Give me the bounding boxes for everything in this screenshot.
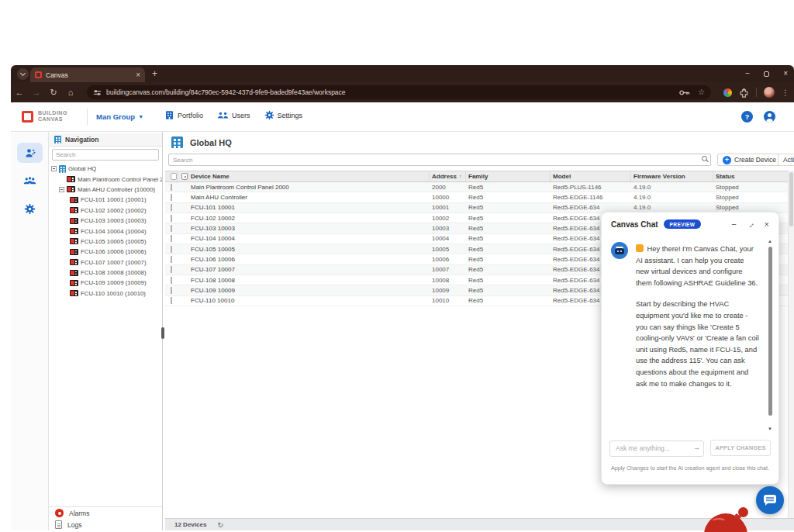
send-arrow-icon[interactable]: → [693, 444, 700, 451]
column-status[interactable]: Status [713, 171, 788, 181]
tree-item[interactable]: FCU-104 10004 (10004) [49, 226, 162, 236]
profile-avatar[interactable] [764, 87, 775, 98]
password-key-icon[interactable] [679, 89, 690, 96]
nav-users[interactable]: Users [217, 111, 250, 119]
column-device-name[interactable]: Device Name [188, 171, 430, 181]
chat-message-p2: Start by describing the HVAC equipment y… [636, 299, 759, 389]
bookmark-star-icon[interactable]: ☆ [698, 88, 705, 96]
row-checkbox[interactable] [171, 277, 172, 284]
nav-portfolio[interactable]: Portfolio [164, 110, 203, 120]
column-model[interactable]: Model [551, 171, 631, 181]
tree-expander-icon[interactable] [59, 187, 64, 192]
row-checkbox[interactable] [171, 266, 172, 273]
panel-splitter-handle[interactable] [161, 327, 164, 339]
new-tab-button[interactable]: + [152, 68, 157, 79]
row-checkbox[interactable] [171, 246, 172, 253]
building-icon [59, 165, 66, 173]
tree-item[interactable]: FCU-107 10007 (10007) [49, 257, 162, 268]
row-checkbox[interactable] [171, 256, 172, 263]
row-checkbox[interactable] [171, 215, 172, 222]
column-address[interactable]: Address↑ [430, 171, 466, 181]
cell-name: FCU-102 10002 [188, 215, 430, 222]
window-maximize-button[interactable] [764, 71, 769, 77]
browser-theme-icon[interactable] [723, 88, 732, 97]
tree-item[interactable]: Main Plantroom Control Panel 2000 (2000) [49, 174, 162, 184]
tree-item[interactable]: FCU-101 10001 (10001) [49, 195, 162, 205]
scroll-up-icon[interactable]: ▲ [768, 239, 772, 244]
chat-scrollbar[interactable]: ▲ ▼ [767, 239, 774, 431]
rail-users-button[interactable] [17, 171, 43, 191]
row-checkbox[interactable] [171, 225, 172, 232]
building-icon [171, 136, 183, 148]
row-checkbox[interactable] [171, 287, 172, 294]
tree-item[interactable]: FCU-102 10002 (10002) [49, 206, 162, 216]
help-icon[interactable]: ? [741, 111, 753, 123]
tree-item[interactable]: Global HQ [49, 164, 162, 174]
site-info-icon[interactable] [93, 88, 102, 97]
forward-button[interactable]: → [28, 88, 45, 97]
tree-item[interactable]: FCU-108 10008 (10008) [49, 268, 162, 278]
chat-close-icon[interactable]: × [765, 219, 769, 229]
nav-portfolio-label: Portfolio [178, 112, 203, 119]
rail-settings-button[interactable] [17, 199, 43, 219]
cell-address: 10000 [430, 194, 466, 201]
cell-status: Stopped [713, 194, 788, 201]
row-checkbox[interactable] [171, 184, 172, 191]
tree-expander-icon[interactable] [51, 166, 57, 171]
tree-item[interactable]: FCU-109 10009 (10009) [49, 278, 162, 288]
browser-tab[interactable]: Canvas × [30, 67, 145, 82]
scroll-down-icon[interactable]: ▼ [768, 427, 772, 431]
account-icon[interactable] [764, 111, 775, 123]
brand-line1: BUILDING [38, 110, 67, 116]
table-status-bar: 12 Devices ↻ [165, 518, 794, 530]
chevron-down-icon: ▼ [138, 114, 143, 119]
logs-item[interactable]: Logs [49, 519, 162, 530]
chat-scrollbar-thumb[interactable] [768, 247, 772, 416]
chat-fab-button[interactable] [756, 486, 784, 514]
rail-workspace-button[interactable] [17, 143, 43, 163]
row-checkbox[interactable] [171, 297, 172, 304]
window-close-button[interactable]: × [783, 70, 788, 78]
row-checkbox[interactable] [171, 194, 172, 201]
reload-button[interactable]: ↻ [45, 88, 62, 97]
tree-item[interactable]: FCU-105 10005 (10005) [49, 237, 162, 247]
table-scrollbar[interactable] [788, 171, 794, 518]
tab-search-button[interactable] [17, 68, 29, 80]
address-bar[interactable]: buildingcanvas.com/building/84c790ec-594… [87, 85, 711, 99]
chat-input[interactable] [609, 440, 704, 457]
row-checkbox[interactable] [171, 204, 172, 211]
scrollbar-thumb[interactable] [789, 172, 793, 226]
alarms-item[interactable]: Alarms [49, 507, 162, 519]
back-button[interactable]: ← [11, 88, 28, 97]
tree-item[interactable]: Main AHU Controller (10000) [49, 185, 162, 195]
table-row[interactable]: Main AHU Controller10000Red5Red5-EDGE-11… [165, 192, 788, 202]
column-family[interactable]: Family [466, 171, 551, 181]
tab-close-icon[interactable]: × [136, 71, 140, 79]
home-button[interactable]: ⌂ [62, 88, 79, 97]
tree-item-label: FCU-102 10002 (10002) [81, 207, 147, 214]
window-minimize-button[interactable]: − [745, 70, 750, 78]
tree-search-input[interactable] [52, 149, 159, 161]
cell-family: Red5 [466, 246, 551, 253]
row-checkbox[interactable] [171, 235, 172, 242]
action-dropdown-button[interactable]: Action ▼ [778, 154, 794, 166]
column-firmware[interactable]: Firmware Version [631, 171, 713, 181]
tree-item[interactable]: FCU-106 10006 (10006) [49, 247, 162, 257]
extensions-puzzle-icon[interactable] [739, 88, 749, 98]
device-search-input[interactable] [168, 154, 711, 166]
table-row[interactable]: Main Plantroom Control Panel 20002000Red… [165, 182, 788, 192]
tree-item[interactable]: FCU-110 10010 (10010) [49, 288, 162, 299]
refresh-icon[interactable]: ↻ [217, 521, 223, 529]
create-device-button[interactable]: + Create Device [717, 154, 782, 166]
org-selector[interactable]: Man Group ▼ [96, 112, 143, 121]
alarms-label: Alarms [69, 510, 89, 517]
tree-item[interactable]: FCU-103 10003 (10003) [49, 216, 162, 226]
apply-changes-button[interactable]: APPLY CHANGES [710, 440, 771, 456]
browser-menu-icon[interactable]: ⋮ [782, 88, 789, 97]
brand-logo-block[interactable]: BUILDINGCANVAS [22, 110, 67, 123]
chat-expand-icon[interactable]: ↔ [744, 219, 756, 230]
nav-settings[interactable]: Settings [264, 110, 303, 120]
select-all-checkbox[interactable] [171, 173, 177, 180]
chat-minimize-icon[interactable]: − [731, 221, 736, 227]
search-icon[interactable] [702, 156, 707, 161]
